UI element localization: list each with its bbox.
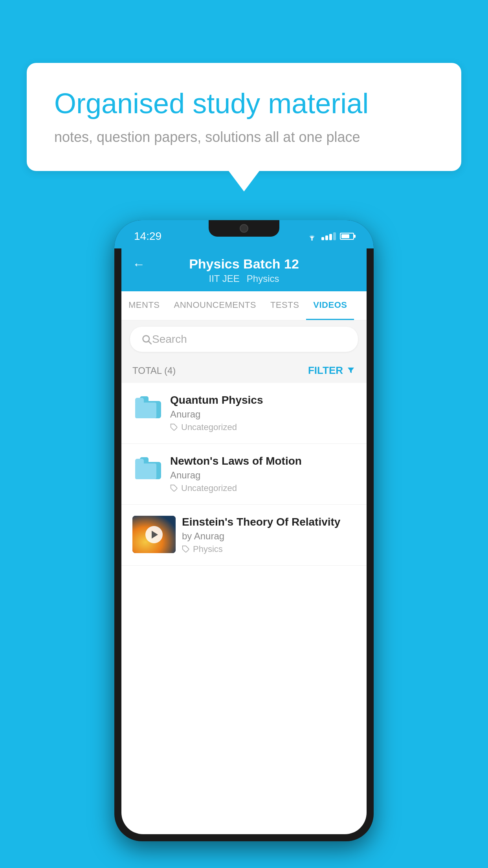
bubble-title: Organised study material	[54, 86, 434, 120]
list-item[interactable]: Einstein's Theory Of Relativity by Anura…	[121, 505, 367, 566]
video-info: Einstein's Theory Of Relativity by Anura…	[176, 516, 356, 554]
video-tag: Uncategorized	[170, 483, 356, 493]
phone-camera	[240, 224, 248, 233]
total-filter-row: TOTAL (4) FILTER	[121, 358, 367, 383]
video-title: Einstein's Theory Of Relativity	[182, 516, 356, 528]
video-author: by Anurag	[182, 531, 356, 542]
folder-tab-front	[135, 459, 144, 464]
folder-icon-container	[132, 455, 164, 479]
filter-label: FILTER	[308, 364, 343, 377]
folder-icon	[134, 395, 162, 418]
app-header: ← Physics Batch 12 IIT JEE Physics	[121, 248, 367, 291]
phone-outer: 14:29	[114, 220, 374, 841]
tabs-bar: MENTS ANNOUNCEMENTS TESTS VIDEOS	[121, 291, 367, 320]
tag-label: Uncategorized	[181, 422, 237, 432]
status-time: 14:29	[130, 230, 161, 243]
search-icon	[141, 334, 152, 345]
filter-icon	[346, 366, 356, 375]
search-container: Search	[121, 320, 367, 358]
tab-announcements[interactable]: ANNOUNCEMENTS	[167, 291, 263, 320]
folder-tab-front	[135, 398, 144, 403]
phone-screen: ← Physics Batch 12 IIT JEE Physics MENTS…	[121, 248, 367, 834]
subtitle-iitjee: IIT JEE	[209, 273, 240, 284]
video-tag: Physics	[182, 544, 356, 554]
folder-icon	[134, 456, 162, 479]
video-list: Quantum Physics Anurag Uncategorized	[121, 383, 367, 566]
search-input[interactable]: Search	[152, 333, 187, 346]
tab-ments[interactable]: MENTS	[121, 291, 167, 320]
video-info: Newton's Laws of Motion Anurag Uncategor…	[164, 455, 356, 493]
bubble-subtitle: notes, question papers, solutions all at…	[54, 129, 434, 145]
play-icon	[152, 531, 158, 539]
play-button[interactable]	[145, 526, 163, 543]
tab-tests[interactable]: TESTS	[263, 291, 306, 320]
folder-front	[135, 463, 156, 479]
phone-notch	[209, 220, 279, 237]
back-button[interactable]: ←	[132, 257, 145, 272]
wifi-icon	[306, 232, 317, 241]
tag-label: Uncategorized	[181, 483, 237, 493]
speech-bubble: Organised study material notes, question…	[27, 63, 461, 171]
filter-button[interactable]: FILTER	[308, 364, 356, 377]
video-author: Anurag	[170, 470, 356, 481]
svg-point-0	[311, 239, 313, 241]
tag-icon	[170, 423, 178, 431]
signal-icon	[321, 232, 336, 240]
video-author: Anurag	[170, 409, 356, 420]
video-info: Quantum Physics Anurag Uncategorized	[164, 394, 356, 432]
list-item[interactable]: Newton's Laws of Motion Anurag Uncategor…	[121, 444, 367, 505]
list-item[interactable]: Quantum Physics Anurag Uncategorized	[121, 383, 367, 444]
tag-icon	[170, 484, 178, 492]
battery-icon	[340, 233, 354, 240]
tag-label: Physics	[193, 544, 223, 554]
folder-icon-container	[132, 394, 164, 418]
video-thumbnail	[132, 516, 176, 553]
phone-container: 14:29	[114, 220, 374, 841]
svg-line-2	[149, 341, 151, 344]
video-tag: Uncategorized	[170, 422, 356, 432]
total-label: TOTAL (4)	[132, 365, 176, 376]
video-title: Quantum Physics	[170, 394, 356, 406]
battery-fill	[341, 234, 349, 238]
tab-videos[interactable]: VIDEOS	[306, 291, 354, 320]
search-bar[interactable]: Search	[130, 327, 358, 352]
tag-icon	[182, 545, 190, 553]
header-subtitle: IIT JEE Physics	[209, 273, 279, 284]
folder-front	[135, 403, 156, 418]
video-title: Newton's Laws of Motion	[170, 455, 356, 467]
header-title: Physics Batch 12	[189, 256, 299, 272]
status-icons	[306, 232, 358, 241]
subtitle-physics: Physics	[247, 273, 279, 284]
